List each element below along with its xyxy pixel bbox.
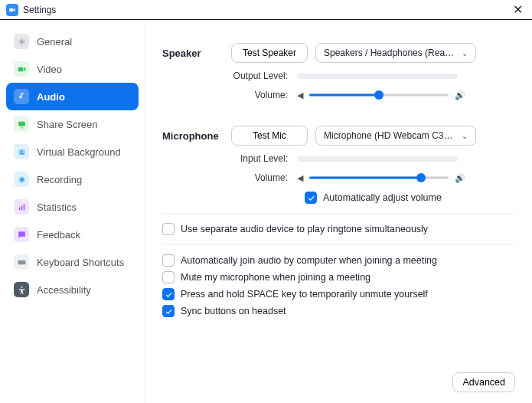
volume-low-icon: ◀: [297, 90, 303, 100]
share-icon: [14, 116, 29, 132]
sidebar-item-label: Video: [37, 64, 62, 75]
sidebar: GeneralVideoAudioShare ScreenVirtual Bac…: [0, 20, 145, 403]
stats-icon: [14, 199, 29, 215]
sidebar-item-accessibility[interactable]: Accessibility: [6, 276, 139, 303]
svg-point-11: [21, 286, 22, 287]
space-unmute-option[interactable]: Press and hold SPACE key to temporarily …: [162, 288, 515, 300]
mute-on-join-label: Mute my microphone when joining a meetin…: [181, 272, 370, 283]
sidebar-item-keyboard-shortcuts[interactable]: Keyboard Shortcuts: [6, 248, 139, 276]
sync-headset-label: Sync buttons on headset: [181, 306, 286, 316]
space-unmute-label: Press and hold SPACE key to temporarily …: [181, 289, 428, 300]
window-title: Settings: [23, 5, 56, 15]
mic-volume-slider[interactable]: [309, 172, 449, 184]
sidebar-item-label: Virtual Background: [37, 146, 121, 158]
chevron-down-icon: ⌄: [462, 49, 468, 57]
vbg-icon: [14, 144, 29, 159]
volume-high-icon: 🔊: [455, 173, 465, 183]
sidebar-item-recording[interactable]: Recording: [6, 165, 139, 193]
mic-device-value: Microphone (HD Webcam C310): [324, 130, 455, 141]
a11y-icon: [14, 282, 29, 297]
output-level-label: Output Level:: [162, 70, 297, 81]
svg-rect-10: [18, 260, 25, 264]
gear-icon: [14, 34, 29, 49]
audio-icon: [14, 89, 29, 104]
volume-high-icon: 🔊: [455, 90, 465, 100]
sidebar-item-label: Statistics: [37, 202, 77, 213]
test-speaker-button[interactable]: Test Speaker: [231, 43, 308, 63]
separate-ringtone-label: Use separate audio device to play ringto…: [181, 224, 428, 234]
sidebar-item-virtual-background[interactable]: Virtual Background: [6, 138, 139, 165]
audio-settings-panel: Speaker Test Speaker Speakers / Headphon…: [145, 20, 532, 403]
volume-low-icon: ◀: [297, 173, 303, 183]
chevron-down-icon: ⌄: [462, 132, 468, 140]
auto-join-label: Automatically join audio by computer whe…: [181, 255, 437, 266]
speaker-heading: Speaker: [162, 48, 231, 59]
rec-icon: [14, 172, 29, 187]
speaker-device-dropdown[interactable]: Speakers / Headphones (Realtek ... ⌄: [315, 43, 476, 63]
sidebar-item-statistics[interactable]: Statistics: [6, 193, 139, 221]
svg-rect-8: [21, 205, 22, 210]
separate-ringtone-option[interactable]: Use separate audio device to play ringto…: [162, 223, 515, 235]
sidebar-item-general[interactable]: General: [6, 28, 139, 55]
auto-adjust-volume-option[interactable]: Automatically adjust volume: [305, 192, 515, 204]
sync-headset-option[interactable]: Sync buttons on headset: [162, 305, 515, 317]
input-level-label: Input Level:: [162, 153, 297, 164]
mic-input-meter: [297, 156, 458, 162]
speaker-device-value: Speakers / Headphones (Realtek ...: [324, 48, 455, 58]
mute-on-join-option[interactable]: Mute my microphone when joining a meetin…: [162, 271, 515, 283]
test-mic-button[interactable]: Test Mic: [231, 126, 308, 146]
auto-join-audio-option[interactable]: Automatically join audio by computer whe…: [162, 254, 515, 267]
sidebar-item-feedback[interactable]: Feedback: [6, 221, 139, 248]
titlebar: Settings ✕: [0, 0, 532, 20]
svg-point-4: [21, 150, 22, 152]
sidebar-item-audio[interactable]: Audio: [6, 83, 139, 110]
svg-point-6: [20, 178, 23, 181]
advanced-button[interactable]: Advanced: [452, 372, 515, 392]
svg-rect-7: [18, 207, 20, 210]
mic-volume-label: Volume:: [162, 172, 297, 183]
video-icon: [14, 61, 29, 77]
sidebar-item-video[interactable]: Video: [6, 55, 139, 83]
sidebar-item-label: Share Screen: [37, 119, 98, 130]
mic-device-dropdown[interactable]: Microphone (HD Webcam C310) ⌄: [315, 126, 476, 146]
speaker-output-meter: [297, 74, 458, 79]
sidebar-item-label: General: [37, 36, 72, 48]
sidebar-item-label: Feedback: [37, 229, 80, 241]
svg-rect-9: [23, 204, 24, 210]
sidebar-item-label: Accessibility: [37, 284, 91, 296]
feedback-icon: [14, 227, 29, 242]
kbd-icon: [14, 254, 29, 270]
microphone-heading: Microphone: [162, 130, 231, 142]
sidebar-item-share-screen[interactable]: Share Screen: [6, 110, 139, 138]
close-icon[interactable]: ✕: [510, 2, 526, 17]
speaker-volume-slider[interactable]: [309, 89, 449, 101]
svg-rect-1: [18, 67, 23, 70]
sidebar-item-label: Keyboard Shortcuts: [37, 257, 124, 268]
speaker-volume-label: Volume:: [162, 90, 297, 100]
app-icon: [6, 4, 18, 16]
sidebar-item-label: Audio: [37, 91, 65, 103]
auto-adjust-label: Automatically adjust volume: [323, 192, 442, 203]
svg-rect-2: [18, 121, 25, 126]
sidebar-item-label: Recording: [37, 174, 82, 185]
